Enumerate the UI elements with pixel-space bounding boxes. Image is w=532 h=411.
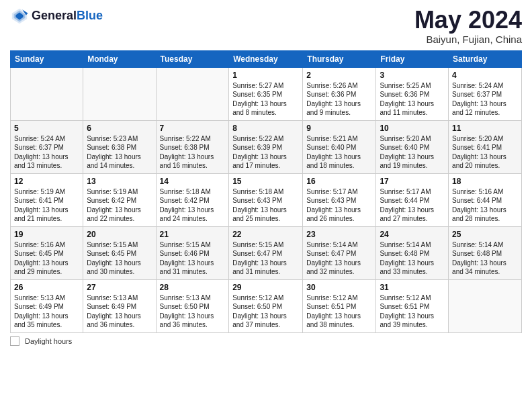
calendar-cell: 18Sunrise: 5:16 AM Sunset: 6:44 PM Dayli… xyxy=(449,173,522,226)
day-number: 30 xyxy=(306,283,372,292)
day-number: 1 xyxy=(232,71,299,80)
day-info: Sunrise: 5:22 AM Sunset: 6:39 PM Dayligh… xyxy=(232,134,299,171)
day-number: 16 xyxy=(306,177,372,186)
day-number: 31 xyxy=(380,283,445,292)
calendar-week-1: 1Sunrise: 5:27 AM Sunset: 6:35 PM Daylig… xyxy=(11,67,522,120)
day-number: 15 xyxy=(232,177,299,186)
day-number: 12 xyxy=(14,177,79,186)
weekday-header-wednesday: Wednesday xyxy=(229,50,303,67)
calendar-cell: 11Sunrise: 5:20 AM Sunset: 6:41 PM Dayli… xyxy=(449,120,522,173)
daylight-legend-label: Daylight hours xyxy=(25,337,72,345)
footer: Daylight hours xyxy=(10,336,522,346)
day-number: 14 xyxy=(160,177,226,186)
calendar-week-5: 26Sunrise: 5:13 AM Sunset: 6:49 PM Dayli… xyxy=(11,279,522,332)
logo-blue: Blue xyxy=(77,9,103,22)
daylight-legend-box xyxy=(10,336,19,346)
calendar-cell: 21Sunrise: 5:15 AM Sunset: 6:46 PM Dayli… xyxy=(156,226,229,279)
weekday-header-row: SundayMondayTuesdayWednesdayThursdayFrid… xyxy=(11,50,522,67)
calendar-cell: 14Sunrise: 5:18 AM Sunset: 6:42 PM Dayli… xyxy=(156,173,229,226)
day-info: Sunrise: 5:22 AM Sunset: 6:38 PM Dayligh… xyxy=(160,134,226,171)
day-number: 21 xyxy=(160,230,226,239)
day-number: 29 xyxy=(232,283,299,292)
day-info: Sunrise: 5:12 AM Sunset: 6:51 PM Dayligh… xyxy=(306,293,372,330)
calendar-cell: 9Sunrise: 5:21 AM Sunset: 6:40 PM Daylig… xyxy=(303,120,376,173)
calendar-cell: 5Sunrise: 5:24 AM Sunset: 6:37 PM Daylig… xyxy=(11,120,83,173)
day-info: Sunrise: 5:13 AM Sunset: 6:49 PM Dayligh… xyxy=(14,293,79,330)
calendar-cell: 13Sunrise: 5:19 AM Sunset: 6:42 PM Dayli… xyxy=(83,173,156,226)
calendar-cell: 26Sunrise: 5:13 AM Sunset: 6:49 PM Dayli… xyxy=(11,279,83,332)
day-number: 28 xyxy=(160,283,226,292)
weekday-header-monday: Monday xyxy=(83,50,156,67)
day-number: 19 xyxy=(14,230,79,239)
logo: GeneralBlue xyxy=(10,7,103,26)
calendar-cell: 4Sunrise: 5:24 AM Sunset: 6:37 PM Daylig… xyxy=(449,67,522,120)
day-info: Sunrise: 5:19 AM Sunset: 6:42 PM Dayligh… xyxy=(87,187,152,224)
calendar-cell: 24Sunrise: 5:14 AM Sunset: 6:48 PM Dayli… xyxy=(376,226,449,279)
day-info: Sunrise: 5:24 AM Sunset: 6:37 PM Dayligh… xyxy=(452,81,518,118)
calendar-cell: 29Sunrise: 5:12 AM Sunset: 6:50 PM Dayli… xyxy=(229,279,303,332)
day-number: 25 xyxy=(452,230,518,239)
day-number: 8 xyxy=(232,124,299,133)
day-info: Sunrise: 5:15 AM Sunset: 6:45 PM Dayligh… xyxy=(87,240,152,277)
calendar-cell: 20Sunrise: 5:15 AM Sunset: 6:45 PM Dayli… xyxy=(83,226,156,279)
calendar-cell: 22Sunrise: 5:15 AM Sunset: 6:47 PM Dayli… xyxy=(229,226,303,279)
calendar-cell: 7Sunrise: 5:22 AM Sunset: 6:38 PM Daylig… xyxy=(156,120,229,173)
calendar-cell: 25Sunrise: 5:14 AM Sunset: 6:48 PM Dayli… xyxy=(449,226,522,279)
subtitle: Baiyun, Fujian, China xyxy=(414,34,522,45)
day-number: 7 xyxy=(160,124,226,133)
calendar-week-3: 12Sunrise: 5:19 AM Sunset: 6:41 PM Dayli… xyxy=(11,173,522,226)
calendar-cell: 23Sunrise: 5:14 AM Sunset: 6:47 PM Dayli… xyxy=(303,226,376,279)
day-info: Sunrise: 5:23 AM Sunset: 6:38 PM Dayligh… xyxy=(87,134,152,171)
calendar-cell: 1Sunrise: 5:27 AM Sunset: 6:35 PM Daylig… xyxy=(229,67,303,120)
day-info: Sunrise: 5:18 AM Sunset: 6:43 PM Dayligh… xyxy=(232,187,299,224)
day-info: Sunrise: 5:13 AM Sunset: 6:49 PM Dayligh… xyxy=(87,293,152,330)
calendar-cell: 19Sunrise: 5:16 AM Sunset: 6:45 PM Dayli… xyxy=(11,226,83,279)
day-info: Sunrise: 5:27 AM Sunset: 6:35 PM Dayligh… xyxy=(232,81,299,118)
day-info: Sunrise: 5:21 AM Sunset: 6:40 PM Dayligh… xyxy=(306,134,372,171)
day-number: 27 xyxy=(87,283,152,292)
calendar-cell: 16Sunrise: 5:17 AM Sunset: 6:43 PM Dayli… xyxy=(303,173,376,226)
logo-icon xyxy=(10,7,29,26)
day-number: 13 xyxy=(87,177,152,186)
logo-text: GeneralBlue xyxy=(32,9,103,23)
day-number: 5 xyxy=(14,124,79,133)
day-number: 3 xyxy=(380,71,445,80)
day-info: Sunrise: 5:25 AM Sunset: 6:36 PM Dayligh… xyxy=(380,81,445,118)
weekday-header-friday: Friday xyxy=(376,50,449,67)
day-info: Sunrise: 5:16 AM Sunset: 6:45 PM Dayligh… xyxy=(14,240,79,277)
day-number: 20 xyxy=(87,230,152,239)
day-number: 2 xyxy=(306,71,372,80)
day-info: Sunrise: 5:26 AM Sunset: 6:36 PM Dayligh… xyxy=(306,81,372,118)
calendar-cell: 10Sunrise: 5:20 AM Sunset: 6:40 PM Dayli… xyxy=(376,120,449,173)
calendar-cell: 27Sunrise: 5:13 AM Sunset: 6:49 PM Dayli… xyxy=(83,279,156,332)
month-title: May 2024 xyxy=(414,7,522,34)
calendar-cell xyxy=(449,279,522,332)
day-number: 11 xyxy=(452,124,518,133)
day-info: Sunrise: 5:17 AM Sunset: 6:44 PM Dayligh… xyxy=(380,187,445,224)
calendar-week-4: 19Sunrise: 5:16 AM Sunset: 6:45 PM Dayli… xyxy=(11,226,522,279)
calendar-cell: 2Sunrise: 5:26 AM Sunset: 6:36 PM Daylig… xyxy=(303,67,376,120)
day-number: 22 xyxy=(232,230,299,239)
calendar-cell xyxy=(156,67,229,120)
weekday-header-saturday: Saturday xyxy=(449,50,522,67)
day-info: Sunrise: 5:13 AM Sunset: 6:50 PM Dayligh… xyxy=(160,293,226,330)
day-info: Sunrise: 5:24 AM Sunset: 6:37 PM Dayligh… xyxy=(14,134,79,171)
day-info: Sunrise: 5:20 AM Sunset: 6:41 PM Dayligh… xyxy=(452,134,518,171)
day-info: Sunrise: 5:17 AM Sunset: 6:43 PM Dayligh… xyxy=(306,187,372,224)
title-block: May 2024 Baiyun, Fujian, China xyxy=(414,7,522,45)
day-number: 10 xyxy=(380,124,445,133)
weekday-header-tuesday: Tuesday xyxy=(156,50,229,67)
calendar-cell: 12Sunrise: 5:19 AM Sunset: 6:41 PM Dayli… xyxy=(11,173,83,226)
page: GeneralBlue May 2024 Baiyun, Fujian, Chi… xyxy=(0,0,532,411)
day-number: 4 xyxy=(452,71,518,80)
calendar-cell xyxy=(11,67,83,120)
day-number: 26 xyxy=(14,283,79,292)
calendar-table: SundayMondayTuesdayWednesdayThursdayFrid… xyxy=(10,50,522,333)
day-info: Sunrise: 5:14 AM Sunset: 6:48 PM Dayligh… xyxy=(380,240,445,277)
day-number: 23 xyxy=(306,230,372,239)
day-number: 18 xyxy=(452,177,518,186)
day-number: 6 xyxy=(87,124,152,133)
weekday-header-sunday: Sunday xyxy=(11,50,83,67)
calendar-week-2: 5Sunrise: 5:24 AM Sunset: 6:37 PM Daylig… xyxy=(11,120,522,173)
header: GeneralBlue May 2024 Baiyun, Fujian, Chi… xyxy=(10,7,522,45)
